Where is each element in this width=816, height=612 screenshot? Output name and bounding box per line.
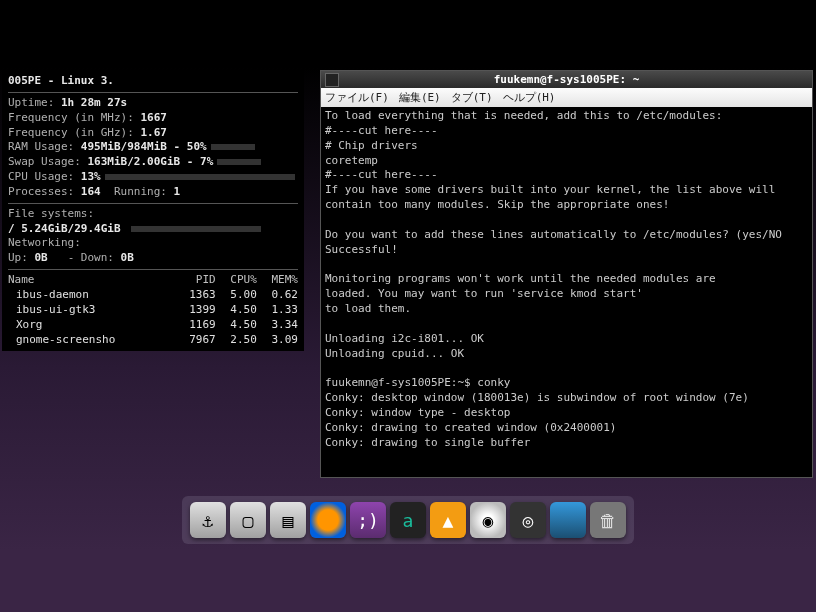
fs-header: File systems: [8, 207, 298, 222]
freq-ghz-label: Frequency (in GHz): [8, 126, 134, 139]
freq-ghz-value: 1.67 [140, 126, 167, 139]
cell-cpu: 5.00 [216, 288, 257, 303]
running-label: Running: [114, 185, 167, 198]
cell-cpu: 4.50 [216, 318, 257, 333]
fs-root: / 5.24GiB/29.4GiB [8, 222, 121, 235]
dock-anchor-icon[interactable]: ⚓ [190, 502, 226, 538]
ram-bar [211, 144, 255, 150]
dock-files-icon[interactable]: ▤ [270, 502, 306, 538]
dock-camera-icon[interactable]: ◎ [510, 502, 546, 538]
table-row: Xorg11694.503.34 [8, 318, 298, 333]
cell-name: Xorg [8, 318, 175, 333]
terminal-menu: ファイル(F) 編集(E) タブ(T) ヘルプ(H) [321, 88, 812, 107]
menu-file[interactable]: ファイル(F) [325, 90, 389, 105]
net-up-value: 0B [35, 251, 48, 264]
net-up-label: Up: [8, 251, 28, 264]
dock-vlc-icon[interactable]: ▲ [430, 502, 466, 538]
net-down-value: 0B [121, 251, 134, 264]
cpu-bar [105, 174, 295, 180]
cell-name: ibus-daemon [8, 288, 175, 303]
cell-pid: 1363 [175, 288, 216, 303]
terminal-body[interactable]: To load everything that is needed, add t… [321, 107, 812, 477]
cell-mem: 1.33 [257, 303, 298, 318]
process-table: Name PID CPU% MEM% ibus-daemon13635.000.… [8, 273, 298, 347]
swap-value: 163MiB/2.00GiB - 7% [87, 155, 213, 168]
menu-help[interactable]: ヘルプ(H) [503, 90, 556, 105]
cell-mem: 3.34 [257, 318, 298, 333]
divider [8, 203, 298, 204]
cell-pid: 1169 [175, 318, 216, 333]
cell-cpu: 4.50 [216, 303, 257, 318]
proc-label: Processes: [8, 185, 74, 198]
cpu-value: 13% [81, 170, 101, 183]
table-row: ibus-ui-gtk313994.501.33 [8, 303, 298, 318]
cell-mem: 0.62 [257, 288, 298, 303]
uptime-label: Uptime: [8, 96, 54, 109]
table-row: gnome-screensho79672.503.09 [8, 333, 298, 348]
ram-value: 495MiB/984MiB - 50% [81, 140, 207, 153]
menu-tabs[interactable]: タブ(T) [451, 90, 493, 105]
net-header: Networking: [8, 236, 298, 251]
divider [8, 269, 298, 270]
dock-disc-icon[interactable]: ◉ [470, 502, 506, 538]
col-pid: PID [175, 273, 216, 288]
terminal-title: fuukemn@f-sys1005PE: ~ [494, 73, 640, 86]
dock-trash-icon[interactable]: 🗑 [590, 502, 626, 538]
col-mem: MEM% [257, 273, 298, 288]
dock: ⚓▢▤;)a▲◉◎🗑 [182, 496, 634, 544]
dock-amarok-icon[interactable]: a [390, 502, 426, 538]
freq-mhz-label: Frequency (in MHz): [8, 111, 134, 124]
conky-title: 005PE - Linux 3. [8, 74, 114, 87]
cell-cpu: 2.50 [216, 333, 257, 348]
table-row: ibus-daemon13635.000.62 [8, 288, 298, 303]
dock-terminal-icon[interactable]: ▢ [230, 502, 266, 538]
menu-edit[interactable]: 編集(E) [399, 90, 441, 105]
terminal-window[interactable]: fuukemn@f-sys1005PE: ~ ファイル(F) 編集(E) タブ(… [320, 70, 813, 478]
running-value: 1 [174, 185, 181, 198]
divider [8, 92, 298, 93]
cell-pid: 1399 [175, 303, 216, 318]
swap-bar [217, 159, 261, 165]
cpu-label: CPU Usage: [8, 170, 74, 183]
dock-firefox-icon[interactable] [310, 502, 346, 538]
cell-name: ibus-ui-gtk3 [8, 303, 175, 318]
uptime-value: 1h 28m 27s [61, 96, 127, 109]
cell-pid: 7967 [175, 333, 216, 348]
cell-name: gnome-screensho [8, 333, 175, 348]
fs-bar [131, 226, 261, 232]
swap-label: Swap Usage: [8, 155, 81, 168]
net-down-label: - Down: [68, 251, 114, 264]
dock-pidgin-icon[interactable]: ;) [350, 502, 386, 538]
col-name: Name [8, 273, 175, 288]
freq-mhz-value: 1667 [140, 111, 167, 124]
terminal-titlebar[interactable]: fuukemn@f-sys1005PE: ~ [321, 71, 812, 88]
cell-mem: 3.09 [257, 333, 298, 348]
terminal-icon [325, 73, 339, 87]
ram-label: RAM Usage: [8, 140, 74, 153]
conky-panel: 005PE - Linux 3. Uptime: 1h 28m 27s Freq… [2, 70, 304, 351]
col-cpu: CPU% [216, 273, 257, 288]
proc-value: 164 [81, 185, 101, 198]
dock-desktop-icon[interactable] [550, 502, 586, 538]
